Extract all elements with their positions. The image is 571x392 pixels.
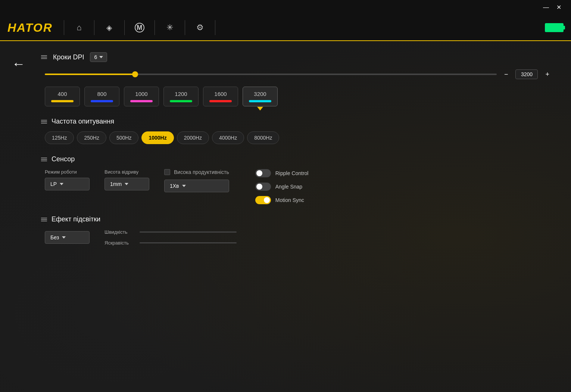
- poll-rate-500[interactable]: 500Hz: [109, 131, 138, 144]
- nav-separator-2: [94, 20, 94, 35]
- toggle-angle: Angle Snap: [255, 183, 330, 191]
- dpi-active-indicator: [257, 107, 263, 111]
- ripple-toggle-label: Ripple Control: [275, 170, 309, 176]
- dpi-step-800-bar: [91, 100, 113, 102]
- dpi-slider-container: − 3200 +: [41, 69, 556, 79]
- sensor-high-perf-chevron: [182, 185, 186, 187]
- speed-slider[interactable]: [140, 231, 237, 233]
- ripple-toggle-knob: [256, 170, 262, 176]
- nav-crosshair[interactable]: ◈: [98, 16, 121, 39]
- dpi-minus-button[interactable]: −: [501, 70, 511, 79]
- dpi-step-3200[interactable]: 3200: [243, 87, 278, 106]
- settings-icon: ⚙: [196, 23, 204, 32]
- toggle-ripple: Ripple Control: [255, 169, 330, 177]
- polling-header: Частота опитування: [41, 118, 556, 125]
- high-perf-checkbox-row: Висока продуктивність: [164, 169, 229, 175]
- lighting-controls: Без Швидкість Яскравість: [41, 229, 556, 246]
- sidebar: ←: [0, 41, 37, 392]
- dpi-value-display[interactable]: 3200: [515, 69, 538, 79]
- motion-toggle-label: Motion Sync: [275, 197, 304, 203]
- motion-toggle[interactable]: [255, 196, 271, 204]
- macro-icon: M: [135, 23, 144, 32]
- nav-macro[interactable]: M: [128, 16, 151, 39]
- poll-rate-2000[interactable]: 2000Hz: [177, 131, 209, 144]
- main-content: ← Кроки DPI 6 − 32: [0, 41, 571, 392]
- sensor-mode-select[interactable]: LP: [45, 178, 90, 190]
- nav-separator-5: [185, 20, 185, 35]
- dpi-header: Кроки DPI 6: [41, 52, 556, 62]
- dpi-step-1200-bar: [170, 100, 192, 102]
- poll-rate-250[interactable]: 250Hz: [77, 131, 106, 144]
- dpi-steps-row: 400 800 1000 1200 1600: [41, 87, 556, 106]
- sensor-lod-value: 1mm: [110, 181, 122, 187]
- speed-slider-row: Швидкість: [104, 229, 237, 235]
- poll-rates-row: 125Hz 250Hz 500Hz 1000Hz 2000Hz 4000Hz 8…: [41, 131, 556, 144]
- high-perf-checkbox[interactable]: [164, 169, 170, 175]
- nav-items: ⌂ ◈ M ✳ ⚙: [68, 16, 545, 39]
- dpi-step-1000[interactable]: 1000: [124, 87, 159, 106]
- polling-section-title: Частота опитування: [52, 118, 114, 125]
- dpi-slider-track[interactable]: [45, 74, 497, 75]
- angle-toggle[interactable]: [255, 183, 271, 191]
- sensor-section-icon: [41, 158, 47, 161]
- nav-lighting[interactable]: ✳: [159, 16, 181, 39]
- dpi-steps-value: 6: [94, 54, 97, 60]
- sensor-high-perf-select[interactable]: 1Хв: [164, 180, 229, 192]
- dpi-step-3200-value: 3200: [254, 91, 266, 97]
- dpi-step-1000-value: 1000: [135, 91, 147, 97]
- close-button[interactable]: ✕: [553, 3, 565, 12]
- poll-rate-4000[interactable]: 4000Hz: [212, 131, 244, 144]
- dpi-step-400-bar: [51, 100, 74, 102]
- dpi-step-3200-bar: [249, 100, 271, 102]
- high-perf-label: Висока продуктивність: [174, 169, 229, 175]
- poll-rate-125[interactable]: 125Hz: [45, 131, 74, 144]
- dpi-slider-fill: [45, 74, 135, 75]
- dpi-step-1600-bar: [209, 100, 232, 102]
- back-button[interactable]: ←: [8, 52, 29, 75]
- poll-rate-8000[interactable]: 8000Hz: [247, 131, 279, 144]
- dpi-step-1600[interactable]: 1600: [203, 87, 238, 106]
- app-logo: HATOR: [7, 21, 53, 35]
- dpi-step-1200[interactable]: 1200: [163, 87, 199, 106]
- dpi-slider-thumb[interactable]: [132, 71, 138, 77]
- toggles-panel: Ripple Control Angle Snap Mo: [255, 169, 330, 204]
- dpi-section: Кроки DPI 6 − 3200 + 400: [41, 52, 556, 106]
- speed-label: Швидкість: [104, 229, 134, 235]
- sensor-mode-value: LP: [50, 181, 57, 187]
- header: HATOR ⌂ ◈ M ✳ ⚙: [0, 15, 571, 41]
- ripple-toggle[interactable]: [255, 169, 271, 177]
- content-area: Кроки DPI 6 − 3200 + 400: [37, 41, 571, 392]
- toggle-motion: Motion Sync: [255, 196, 330, 204]
- nav-separator-3: [124, 20, 125, 35]
- sensor-lod-select[interactable]: 1mm: [104, 178, 149, 190]
- dpi-step-400[interactable]: 400: [45, 87, 80, 106]
- nav-settings[interactable]: ⚙: [189, 16, 211, 39]
- battery-indicator: [545, 23, 564, 32]
- minimize-button[interactable]: —: [539, 3, 553, 12]
- sensor-content-row: Режим роботи LP Висота відриву 1mm: [41, 169, 556, 204]
- dpi-step-800[interactable]: 800: [84, 87, 119, 106]
- lighting-effect-select[interactable]: Без: [45, 231, 90, 244]
- poll-rate-1000[interactable]: 1000Hz: [141, 131, 174, 144]
- dpi-section-icon: [41, 55, 47, 59]
- sensor-section-title: Сенсор: [52, 155, 75, 163]
- nav-separator-6: [215, 20, 215, 35]
- sensor-controls: Режим роботи LP Висота відриву 1mm: [41, 169, 233, 192]
- sensor-mode-chevron: [60, 183, 63, 185]
- dpi-step-1600-value: 1600: [214, 91, 227, 97]
- motion-toggle-knob: [264, 197, 270, 203]
- sensor-high-perf-group: Висока продуктивність 1Хв: [164, 169, 229, 192]
- crosshair-icon: ◈: [106, 23, 112, 32]
- nav-home[interactable]: ⌂: [68, 16, 90, 39]
- brightness-slider[interactable]: [140, 242, 237, 243]
- polling-section: Частота опитування 125Hz 250Hz 500Hz 100…: [41, 118, 556, 144]
- sensor-lod-group: Висота відриву 1mm: [104, 169, 149, 190]
- dpi-steps-dropdown[interactable]: 6: [90, 52, 107, 62]
- lighting-effect-value: Без: [50, 234, 59, 240]
- lighting-section-icon: [41, 218, 47, 221]
- sensor-mode-group: Режим роботи LP: [45, 169, 90, 190]
- lighting-icon: ✳: [166, 23, 173, 32]
- sensor-high-perf-value: 1Хв: [170, 183, 179, 189]
- dpi-plus-button[interactable]: +: [542, 70, 552, 79]
- dpi-steps-chevron: [99, 56, 103, 58]
